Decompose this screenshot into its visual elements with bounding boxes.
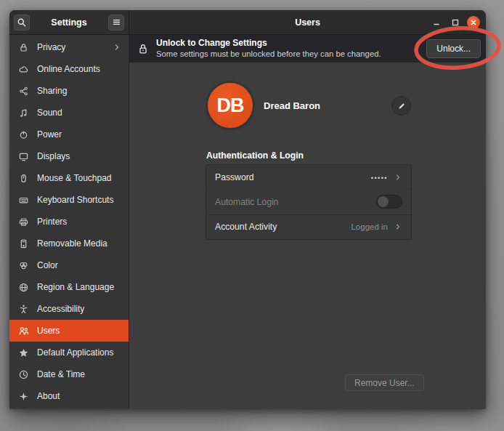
mouse-icon — [18, 173, 29, 184]
sidebar-item-label: Removable Media — [37, 238, 107, 249]
lock-icon — [18, 42, 29, 53]
keyboard-icon — [18, 195, 29, 206]
pencil-icon — [397, 102, 406, 110]
account-activity-label: Account Activity — [215, 222, 277, 232]
star-icon — [18, 347, 29, 358]
toggle-knob — [378, 196, 389, 207]
user-details-panel: DB Dread Baron Authentication & Login Pa… — [129, 63, 486, 408]
users-icon — [18, 326, 29, 337]
sidebar-item-label: About — [37, 391, 60, 401]
sidebar-item-label: Power — [37, 129, 62, 140]
sidebar-item-removable-media[interactable]: Removable Media — [9, 233, 129, 254]
search-icon — [17, 17, 27, 28]
sidebar-item-keyboard-shortcuts[interactable]: Keyboard Shortcuts — [9, 189, 129, 211]
unlock-banner: Unlock to Change Settings Some settings … — [129, 35, 486, 63]
sidebar-item-sound[interactable]: Sound — [9, 102, 129, 124]
sidebar-item-power[interactable]: Power — [9, 124, 129, 145]
sidebar-item-printers[interactable]: Printers — [9, 211, 129, 233]
panel-headerbar: Users — [129, 10, 486, 34]
automatic-login-row: Automatic Login — [206, 189, 411, 214]
window-controls — [429, 15, 480, 29]
unlock-banner-text: Unlock to Change Settings Some settings … — [156, 38, 381, 59]
cloud-icon — [18, 64, 29, 75]
app-title: Settings — [51, 17, 86, 28]
sidebar-item-label: Date & Time — [37, 369, 85, 379]
desktop: Settings Users — [0, 0, 504, 431]
sidebar-item-label: Color — [37, 260, 58, 270]
sidebar-item-label: Privacy — [37, 42, 65, 52]
sidebar-item-label: Sharing — [37, 86, 67, 96]
sidebar-item-label: Default Applications — [37, 347, 113, 358]
sidebar-item-accessibility[interactable]: Accessibility — [9, 298, 129, 320]
globe-icon — [18, 282, 29, 293]
automatic-login-label: Automatic Login — [215, 197, 278, 207]
panel-title: Users — [295, 17, 320, 28]
chevron-right-icon — [394, 222, 402, 231]
search-button[interactable] — [14, 15, 30, 31]
clock-icon — [18, 369, 29, 380]
auth-settings-card: Password ••••• Automatic Login — [206, 164, 412, 240]
unlock-banner-title: Unlock to Change Settings — [156, 38, 381, 49]
minimize-button[interactable] — [429, 15, 443, 29]
chevron-right-icon — [113, 43, 121, 52]
close-icon — [470, 19, 477, 26]
auth-section-title: Authentication & Login — [206, 150, 304, 161]
minimize-icon — [432, 18, 441, 27]
printer-icon — [18, 217, 29, 227]
sidebar-item-privacy[interactable]: Privacy — [9, 36, 129, 58]
sidebar-item-users[interactable]: Users — [9, 320, 129, 342]
chevron-right-icon — [394, 173, 402, 182]
hamburger-menu-icon — [112, 17, 121, 27]
sidebar-item-label: Displays — [37, 151, 70, 161]
sidebar-item-label: Keyboard Shortcuts — [37, 195, 113, 205]
sidebar-item-label: Users — [37, 326, 60, 336]
sparkle-icon — [18, 391, 29, 402]
sidebar-item-label: Accessibility — [37, 304, 84, 314]
titlebar[interactable]: Settings Users — [9, 10, 486, 35]
settings-window: Settings Users — [9, 10, 486, 409]
sidebar-item-default-applications[interactable]: Default Applications — [9, 342, 129, 363]
power-icon — [18, 129, 29, 140]
sidebar-item-sharing[interactable]: Sharing — [9, 80, 129, 102]
accessibility-icon — [18, 304, 29, 315]
user-full-name: Dread Baron — [264, 100, 320, 111]
sidebar-item-label: Sound — [37, 108, 62, 118]
sidebar-item-online-accounts[interactable]: Online Accounts — [9, 58, 129, 80]
maximize-icon — [451, 18, 460, 27]
password-dots: ••••• — [371, 173, 388, 182]
account-activity-row[interactable]: Account Activity Logged in — [206, 214, 411, 239]
sidebar-item-label: Printers — [37, 217, 67, 227]
unlock-banner-subtitle: Some settings must be unlocked before th… — [156, 49, 381, 59]
avatar: DB — [208, 83, 253, 128]
sidebar-item-label: Mouse & Touchpad — [37, 173, 112, 183]
sidebar-item-displays[interactable]: Displays — [9, 145, 129, 167]
automatic-login-toggle[interactable] — [376, 195, 402, 209]
sidebar-item-color[interactable]: Color — [9, 254, 129, 276]
sidebar-item-mouse-touchpad[interactable]: Mouse & Touchpad — [9, 167, 129, 189]
sidebar-headerbar: Settings — [9, 10, 129, 34]
remove-user-button[interactable]: Remove User... — [345, 374, 424, 391]
sidebar-item-about[interactable]: About — [9, 385, 129, 407]
edit-name-button[interactable] — [391, 96, 411, 116]
display-icon — [18, 151, 29, 162]
color-icon — [18, 260, 29, 271]
music-note-icon — [18, 108, 29, 118]
sidebar-item-label: Online Accounts — [37, 64, 100, 74]
menu-button[interactable] — [108, 15, 124, 31]
sidebar-item-region-language[interactable]: Region & Language — [9, 276, 129, 298]
settings-sidebar: Privacy Online Accounts Sharing — [9, 35, 129, 408]
padlock-icon — [137, 43, 149, 55]
avatar-initials: DB — [217, 94, 244, 117]
sidebar-item-label: Region & Language — [37, 282, 114, 292]
share-icon — [18, 86, 29, 97]
password-row[interactable]: Password ••••• — [206, 165, 411, 189]
password-row-label: Password — [215, 172, 254, 182]
sidebar-item-date-time[interactable]: Date & Time — [9, 363, 129, 385]
drive-icon — [18, 238, 29, 249]
unlock-button[interactable]: Unlock... — [426, 39, 481, 58]
users-panel-content: Unlock to Change Settings Some settings … — [129, 35, 486, 408]
account-activity-value: Logged in — [351, 222, 388, 231]
maximize-button[interactable] — [448, 15, 462, 29]
close-button[interactable] — [467, 16, 480, 29]
